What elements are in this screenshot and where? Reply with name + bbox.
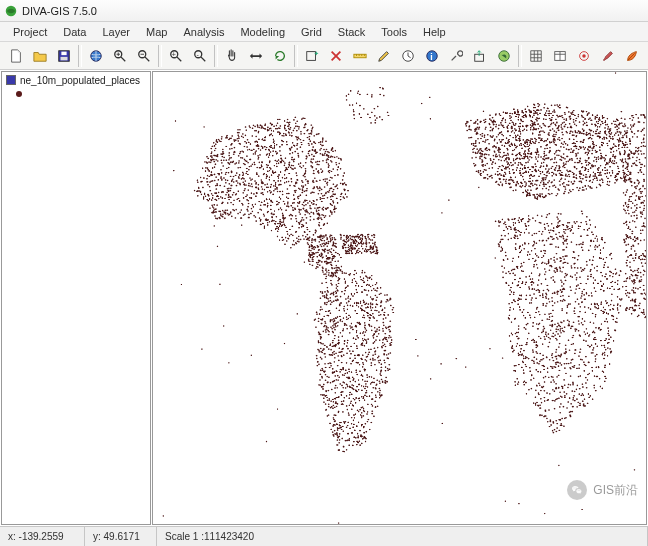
- grid-icon[interactable]: [525, 45, 547, 67]
- svg-rect-18: [307, 51, 316, 60]
- status-y: y: 49.6171: [85, 527, 157, 546]
- layer-symbol-icon: [16, 91, 22, 97]
- toolbar-separator: [294, 45, 298, 67]
- statusbar: x: -139.2559 y: 49.6171 Scale 1 :1114234…: [0, 526, 648, 546]
- target-icon[interactable]: [573, 45, 595, 67]
- menu-help[interactable]: Help: [416, 24, 453, 40]
- tools-icon[interactable]: [445, 45, 467, 67]
- svg-rect-3: [61, 56, 68, 60]
- menubar: ProjectDataLayerMapAnalysisModelingGridS…: [0, 22, 648, 42]
- zoom-icon[interactable]: [109, 45, 131, 67]
- zoom-out-icon[interactable]: [133, 45, 155, 67]
- table-icon[interactable]: [549, 45, 571, 67]
- pencil-icon[interactable]: [373, 45, 395, 67]
- zoom-in-icon[interactable]: +: [165, 45, 187, 67]
- add-layer-icon[interactable]: [301, 45, 323, 67]
- menu-data[interactable]: Data: [56, 24, 93, 40]
- toolbar-separator: [214, 45, 218, 67]
- app-icon: [4, 4, 18, 18]
- status-x: x: -139.2559: [0, 527, 85, 546]
- svg-text:i: i: [430, 51, 432, 61]
- toolbar-separator: [78, 45, 82, 67]
- pan-icon[interactable]: [221, 45, 243, 67]
- svg-rect-2: [61, 51, 66, 55]
- layer-item[interactable]: ne_10m_populated_places: [2, 72, 150, 89]
- toolbar: +-i: [0, 42, 648, 70]
- svg-line-10: [145, 56, 149, 60]
- menu-analysis[interactable]: Analysis: [176, 24, 231, 40]
- svg-text:+: +: [172, 50, 176, 57]
- toolbar-separator: [158, 45, 162, 67]
- clock-icon[interactable]: [397, 45, 419, 67]
- menu-stack[interactable]: Stack: [331, 24, 373, 40]
- save-icon[interactable]: [53, 45, 75, 67]
- svg-line-16: [201, 56, 205, 60]
- refresh-icon[interactable]: [269, 45, 291, 67]
- brush-icon[interactable]: [597, 45, 619, 67]
- open-file-icon[interactable]: [29, 45, 51, 67]
- menu-project[interactable]: Project: [6, 24, 54, 40]
- arrows-h-icon[interactable]: [245, 45, 267, 67]
- leaf-icon[interactable]: [621, 45, 643, 67]
- menu-map[interactable]: Map: [139, 24, 174, 40]
- menu-layer[interactable]: Layer: [96, 24, 138, 40]
- ruler-icon[interactable]: [349, 45, 371, 67]
- magnify-icon[interactable]: -: [189, 45, 211, 67]
- new-file-icon[interactable]: [5, 45, 27, 67]
- layer-label: ne_10m_populated_places: [20, 75, 140, 86]
- layer-panel: ne_10m_populated_places: [1, 71, 151, 525]
- svg-text:-: -: [197, 50, 200, 57]
- menu-modeling[interactable]: Modeling: [233, 24, 292, 40]
- menu-grid[interactable]: Grid: [294, 24, 329, 40]
- remove-layer-icon[interactable]: [325, 45, 347, 67]
- toolbar-separator: [518, 45, 522, 67]
- globe-icon[interactable]: [85, 45, 107, 67]
- info-icon[interactable]: i: [421, 45, 443, 67]
- titlebar: DIVA-GIS 7.5.0: [0, 0, 648, 22]
- svg-point-37: [582, 54, 586, 58]
- menu-tools[interactable]: Tools: [374, 24, 414, 40]
- window-title: DIVA-GIS 7.5.0: [22, 5, 97, 17]
- map-canvas[interactable]: [153, 72, 646, 524]
- svg-line-6: [121, 56, 125, 60]
- svg-line-13: [177, 56, 181, 60]
- layer-checkbox-icon[interactable]: [6, 75, 16, 85]
- status-scale: Scale 1 :111423420: [157, 527, 648, 546]
- map-viewport[interactable]: GIS前沿: [152, 71, 647, 525]
- world-icon[interactable]: [493, 45, 515, 67]
- export-icon[interactable]: [469, 45, 491, 67]
